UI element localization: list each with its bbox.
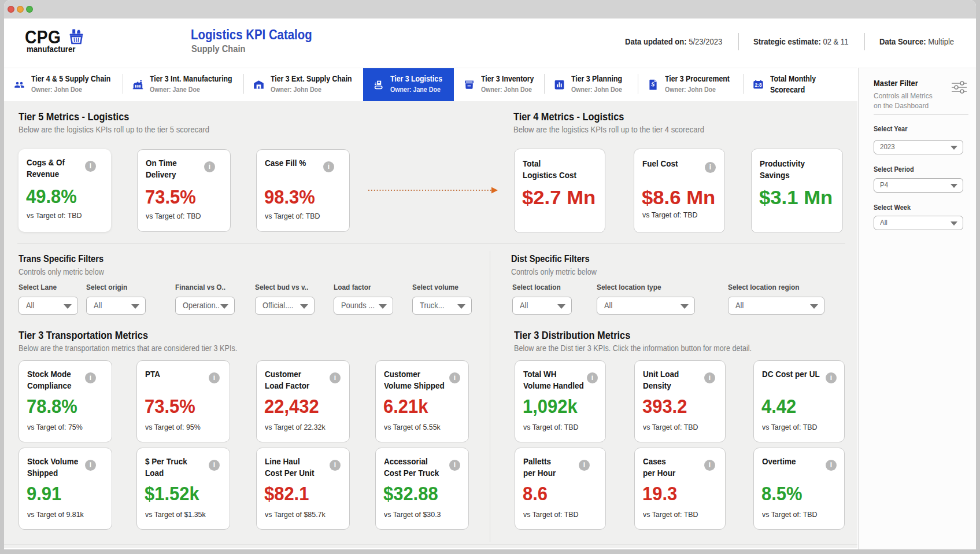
- svg-text:2:8: 2:8: [755, 82, 762, 88]
